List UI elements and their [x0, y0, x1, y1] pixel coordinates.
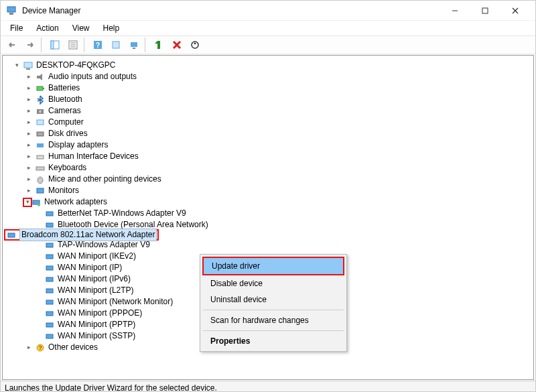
category-label: Bluetooth [48, 94, 82, 105]
category-computer[interactable]: ▸ Computer [5, 117, 531, 128]
svg-marker-22 [194, 42, 196, 44]
chevron-right-icon[interactable]: ▸ [24, 152, 34, 161]
help-button[interactable]: ? [90, 37, 106, 53]
device-label: WAN Miniport (SSTP) [58, 330, 135, 342]
close-button[interactable] [500, 1, 530, 20]
category-mice[interactable]: ▸ Mice and other pointing devices [5, 174, 531, 185]
device-betternet[interactable]: BetterNet TAP-Windows Adapter V9 [5, 208, 531, 219]
root-computer[interactable]: ▾ DESKTOP-4FQKGPC [5, 60, 531, 71]
disk-icon [35, 129, 46, 139]
bluetooth-icon [35, 94, 46, 105]
category-disk[interactable]: ▸ Disk drives [5, 128, 531, 139]
category-monitors[interactable]: ▸ Monitors [5, 185, 531, 196]
menu-action[interactable]: Action [31, 22, 64, 34]
category-display[interactable]: ▸ Display adapters [5, 139, 531, 151]
category-network-adapters[interactable]: ▾ Network adapters [5, 196, 531, 208]
uninstall-device-button[interactable] [169, 37, 185, 53]
context-update-driver[interactable]: Update driver [202, 257, 344, 275]
monitor-icon [35, 186, 46, 196]
device-label: BetterNet TAP-Windows Adapter V9 [58, 208, 186, 219]
menu-help[interactable]: Help [98, 22, 125, 34]
context-menu: Update driver Disable device Uninstall d… [200, 254, 347, 352]
window-controls [440, 1, 530, 20]
chevron-right-icon[interactable]: ▸ [24, 84, 34, 93]
category-bluetooth[interactable]: ▸ Bluetooth [5, 94, 531, 105]
svg-rect-23 [24, 62, 32, 68]
context-menu-label: Update driver [212, 261, 260, 271]
context-scan-hardware[interactable]: Scan for hardware changes [202, 312, 344, 328]
properties-button[interactable] [65, 37, 81, 53]
network-adapter-icon [44, 320, 55, 330]
device-label: WAN Miniport (PPPOE) [58, 308, 142, 319]
context-menu-label: Scan for hardware changes [210, 316, 309, 325]
chevron-right-icon[interactable]: ▸ [24, 95, 34, 105]
device-tap-windows[interactable]: TAP-Windows Adapter V9 [5, 239, 531, 251]
network-adapter-icon [44, 285, 55, 296]
svg-rect-47 [46, 300, 53, 304]
chevron-right-icon[interactable]: ▸ [24, 164, 34, 173]
battery-icon [35, 83, 46, 94]
menu-view[interactable]: View [67, 22, 95, 34]
svg-rect-1 [9, 13, 13, 15]
statusbar: Launches the Update Driver Wizard for th… [1, 381, 535, 392]
svg-rect-46 [46, 289, 53, 293]
computer-icon [23, 60, 34, 71]
camera-icon [35, 106, 46, 117]
scan-hardware-button[interactable] [126, 37, 142, 53]
svg-rect-50 [46, 334, 53, 338]
network-adapter-icon [31, 197, 42, 208]
chevron-right-icon[interactable]: ▸ [24, 72, 34, 82]
context-separator [203, 310, 344, 310]
root-label: DESKTOP-4FQKGPC [36, 60, 115, 71]
category-audio[interactable]: ▸ Audio inputs and outputs [5, 71, 531, 82]
device-label: WAN Miniport (IP) [58, 262, 122, 273]
network-adapter-icon [44, 208, 55, 219]
device-label: TAP-Windows Adapter V9 [58, 239, 150, 251]
status-text: Launches the Update Driver Wizard for th… [5, 383, 217, 393]
context-menu-label: Disable device [210, 279, 263, 288]
chevron-right-icon[interactable]: ▸ [24, 129, 34, 139]
chevron-right-icon[interactable]: ▸ [24, 141, 34, 150]
category-label: Display adapters [48, 139, 108, 151]
category-batteries[interactable]: ▸ Batteries [5, 82, 531, 94]
network-adapter-icon [44, 274, 55, 285]
update-driver-button[interactable] [187, 37, 203, 53]
computer-icon [35, 117, 46, 128]
svg-rect-36 [37, 188, 44, 193]
chevron-right-icon[interactable]: ▸ [24, 118, 34, 127]
category-label: Audio inputs and outputs [48, 71, 137, 82]
keyboard-icon [35, 163, 46, 174]
network-adapter-icon [44, 240, 55, 251]
svg-rect-0 [7, 7, 15, 12]
context-disable-device[interactable]: Disable device [202, 275, 344, 291]
category-label: Other devices [48, 342, 98, 353]
maximize-button[interactable] [470, 1, 500, 20]
svg-rect-44 [46, 266, 53, 270]
chevron-down-icon[interactable]: ▾ [12, 61, 21, 70]
svg-rect-43 [46, 255, 53, 259]
minimize-button[interactable] [440, 1, 470, 20]
network-adapter-icon [44, 308, 55, 319]
device-label: WAN Miniport (Network Monitor) [58, 296, 173, 308]
back-button[interactable] [4, 37, 20, 53]
svg-rect-34 [36, 167, 44, 170]
menu-file[interactable]: File [5, 22, 28, 34]
category-hid[interactable]: ▸ Human Interface Devices [5, 151, 531, 162]
chevron-right-icon[interactable]: ▸ [24, 186, 34, 196]
chevron-right-icon[interactable]: ▸ [24, 107, 34, 116]
chevron-right-icon[interactable]: ▸ [24, 175, 34, 184]
new-window-button[interactable] [108, 37, 124, 53]
chevron-right-icon[interactable]: ▸ [24, 343, 34, 352]
category-label: Disk drives [48, 128, 88, 139]
window-title: Device Manager [22, 6, 440, 15]
context-uninstall-device[interactable]: Uninstall device [202, 291, 344, 308]
svg-point-35 [38, 177, 43, 184]
menubar: File Action View Help [1, 21, 535, 36]
enable-device-button[interactable] [151, 37, 167, 53]
category-cameras[interactable]: ▸ Cameras [5, 105, 531, 117]
show-hide-tree-button[interactable] [47, 37, 63, 53]
context-properties[interactable]: Properties [202, 333, 344, 349]
svg-rect-45 [46, 277, 53, 281]
category-keyboards[interactable]: ▸ Keyboards [5, 162, 531, 174]
forward-button[interactable] [22, 37, 38, 53]
